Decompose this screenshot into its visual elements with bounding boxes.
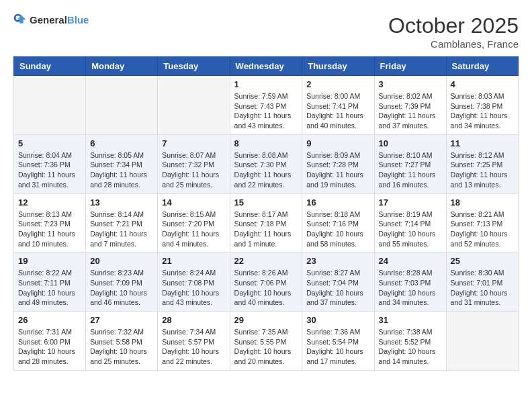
- day-number: 14: [162, 197, 225, 208]
- day-number: 9: [306, 138, 369, 148]
- calendar-header-row: Sunday Monday Tuesday Wednesday Thursday…: [14, 57, 519, 76]
- calendar-week-row: 26Sunrise: 7:31 AMSunset: 6:00 PMDayligh…: [14, 312, 519, 371]
- calendar-day-cell: 22Sunrise: 8:26 AMSunset: 7:06 PMDayligh…: [230, 253, 302, 312]
- col-wednesday: Wednesday: [230, 57, 302, 76]
- calendar-day-cell: 14Sunrise: 8:15 AMSunset: 7:20 PMDayligh…: [158, 193, 230, 253]
- calendar-day-cell: 7Sunrise: 8:07 AMSunset: 7:32 PMDaylight…: [158, 134, 230, 193]
- calendar-day-cell: 30Sunrise: 7:36 AMSunset: 5:54 PMDayligh…: [302, 312, 374, 371]
- day-info: Sunrise: 7:59 AMSunset: 7:43 PMDaylight:…: [234, 91, 298, 131]
- col-saturday: Saturday: [446, 57, 518, 76]
- day-number: 24: [379, 256, 442, 266]
- day-info: Sunrise: 8:08 AMSunset: 7:30 PMDaylight:…: [234, 150, 298, 190]
- col-thursday: Thursday: [302, 57, 374, 76]
- calendar-day-cell: 18Sunrise: 8:21 AMSunset: 7:13 PMDayligh…: [446, 193, 518, 253]
- calendar-day-cell: 9Sunrise: 8:09 AMSunset: 7:28 PMDaylight…: [302, 134, 374, 193]
- calendar-day-cell: 28Sunrise: 7:34 AMSunset: 5:57 PMDayligh…: [158, 312, 230, 371]
- day-info: Sunrise: 7:31 AMSunset: 6:00 PMDaylight:…: [18, 327, 81, 367]
- calendar-day-cell: 4Sunrise: 8:03 AMSunset: 7:38 PMDaylight…: [446, 76, 518, 135]
- calendar-day-cell: 2Sunrise: 8:00 AMSunset: 7:41 PMDaylight…: [302, 76, 374, 135]
- day-info: Sunrise: 8:17 AMSunset: 7:18 PMDaylight:…: [234, 210, 298, 249]
- day-info: Sunrise: 8:26 AMSunset: 7:06 PMDaylight:…: [234, 268, 298, 308]
- col-monday: Monday: [86, 57, 158, 76]
- day-number: 3: [379, 79, 442, 89]
- day-info: Sunrise: 8:22 AMSunset: 7:11 PMDaylight:…: [18, 268, 81, 308]
- calendar-day-cell: 17Sunrise: 8:19 AMSunset: 7:14 PMDayligh…: [374, 193, 446, 253]
- day-info: Sunrise: 7:35 AMSunset: 5:55 PMDaylight:…: [234, 327, 298, 367]
- calendar-day-cell: 1Sunrise: 7:59 AMSunset: 7:43 PMDaylight…: [230, 76, 302, 135]
- day-info: Sunrise: 8:14 AMSunset: 7:21 PMDaylight:…: [90, 210, 153, 249]
- day-info: Sunrise: 8:24 AMSunset: 7:08 PMDaylight:…: [162, 268, 225, 308]
- calendar-day-cell: 6Sunrise: 8:05 AMSunset: 7:34 PMDaylight…: [86, 134, 158, 193]
- day-info: Sunrise: 8:02 AMSunset: 7:39 PMDaylight:…: [379, 91, 442, 131]
- calendar-day-cell: 23Sunrise: 8:27 AMSunset: 7:04 PMDayligh…: [302, 253, 374, 312]
- logo-text: GeneralBlue: [30, 15, 89, 26]
- calendar-week-row: 1Sunrise: 7:59 AMSunset: 7:43 PMDaylight…: [14, 76, 519, 135]
- day-info: Sunrise: 8:07 AMSunset: 7:32 PMDaylight:…: [162, 150, 225, 190]
- calendar-day-cell: 15Sunrise: 8:17 AMSunset: 7:18 PMDayligh…: [230, 193, 302, 253]
- day-number: 13: [90, 197, 153, 208]
- day-number: 31: [379, 315, 442, 325]
- day-number: 12: [18, 197, 81, 208]
- day-number: 23: [306, 256, 369, 266]
- day-number: 4: [451, 79, 514, 89]
- day-number: 29: [234, 315, 298, 325]
- calendar-day-cell: 26Sunrise: 7:31 AMSunset: 6:00 PMDayligh…: [14, 312, 86, 371]
- day-info: Sunrise: 8:15 AMSunset: 7:20 PMDaylight:…: [162, 210, 225, 249]
- day-info: Sunrise: 8:18 AMSunset: 7:16 PMDaylight:…: [306, 210, 369, 249]
- logo-icon: [13, 13, 27, 27]
- calendar-day-cell: 11Sunrise: 8:12 AMSunset: 7:25 PMDayligh…: [446, 134, 518, 193]
- day-info: Sunrise: 8:13 AMSunset: 7:23 PMDaylight:…: [18, 210, 81, 249]
- day-number: 16: [306, 197, 369, 208]
- calendar-day-cell: 24Sunrise: 8:28 AMSunset: 7:03 PMDayligh…: [374, 253, 446, 312]
- day-number: 8: [234, 138, 298, 148]
- calendar-day-cell: 27Sunrise: 7:32 AMSunset: 5:58 PMDayligh…: [86, 312, 158, 371]
- day-info: Sunrise: 7:38 AMSunset: 5:52 PMDaylight:…: [379, 327, 442, 367]
- day-info: Sunrise: 8:28 AMSunset: 7:03 PMDaylight:…: [379, 268, 442, 308]
- calendar-day-cell: 10Sunrise: 8:10 AMSunset: 7:27 PMDayligh…: [374, 134, 446, 193]
- day-number: 10: [379, 138, 442, 148]
- calendar-week-row: 5Sunrise: 8:04 AMSunset: 7:36 PMDaylight…: [14, 134, 519, 193]
- day-info: Sunrise: 8:19 AMSunset: 7:14 PMDaylight:…: [379, 210, 442, 249]
- calendar-day-cell: 25Sunrise: 8:30 AMSunset: 7:01 PMDayligh…: [446, 253, 518, 312]
- day-number: 7: [162, 138, 225, 148]
- calendar-day-cell: 5Sunrise: 8:04 AMSunset: 7:36 PMDaylight…: [14, 134, 86, 193]
- calendar-day-cell: 3Sunrise: 8:02 AMSunset: 7:39 PMDaylight…: [374, 76, 446, 135]
- col-sunday: Sunday: [14, 57, 86, 76]
- calendar-day-cell: [158, 76, 230, 135]
- day-number: 28: [162, 315, 225, 325]
- calendar-day-cell: 8Sunrise: 8:08 AMSunset: 7:30 PMDaylight…: [230, 134, 302, 193]
- day-number: 25: [451, 256, 514, 266]
- calendar-week-row: 19Sunrise: 8:22 AMSunset: 7:11 PMDayligh…: [14, 253, 519, 312]
- day-number: 5: [18, 138, 81, 148]
- day-number: 27: [90, 315, 153, 325]
- calendar-day-cell: [446, 312, 518, 371]
- calendar-week-row: 12Sunrise: 8:13 AMSunset: 7:23 PMDayligh…: [14, 193, 519, 253]
- day-info: Sunrise: 8:21 AMSunset: 7:13 PMDaylight:…: [451, 210, 514, 249]
- title-block: October 2025 Camblanes, France: [388, 13, 519, 50]
- day-number: 15: [234, 197, 298, 208]
- day-info: Sunrise: 8:23 AMSunset: 7:09 PMDaylight:…: [90, 268, 153, 308]
- day-number: 19: [18, 256, 81, 266]
- day-number: 11: [451, 138, 514, 148]
- day-info: Sunrise: 8:10 AMSunset: 7:27 PMDaylight:…: [379, 150, 442, 190]
- day-number: 21: [162, 256, 225, 266]
- calendar-day-cell: 29Sunrise: 7:35 AMSunset: 5:55 PMDayligh…: [230, 312, 302, 371]
- day-number: 22: [234, 256, 298, 266]
- calendar-day-cell: 19Sunrise: 8:22 AMSunset: 7:11 PMDayligh…: [14, 253, 86, 312]
- logo: GeneralBlue: [13, 13, 89, 27]
- day-info: Sunrise: 7:36 AMSunset: 5:54 PMDaylight:…: [306, 327, 369, 367]
- calendar-day-cell: [14, 76, 86, 135]
- day-number: 18: [451, 197, 514, 208]
- calendar-day-cell: 31Sunrise: 7:38 AMSunset: 5:52 PMDayligh…: [374, 312, 446, 371]
- day-number: 1: [234, 79, 298, 89]
- location: Camblanes, France: [388, 38, 519, 50]
- page-header: GeneralBlue October 2025 Camblanes, Fran…: [13, 13, 519, 50]
- day-info: Sunrise: 7:32 AMSunset: 5:58 PMDaylight:…: [90, 327, 153, 367]
- day-info: Sunrise: 8:05 AMSunset: 7:34 PMDaylight:…: [90, 150, 153, 190]
- day-number: 20: [90, 256, 153, 266]
- day-number: 2: [306, 79, 369, 89]
- calendar-day-cell: 13Sunrise: 8:14 AMSunset: 7:21 PMDayligh…: [86, 193, 158, 253]
- day-info: Sunrise: 8:04 AMSunset: 7:36 PMDaylight:…: [18, 150, 81, 190]
- day-number: 26: [18, 315, 81, 325]
- day-info: Sunrise: 8:03 AMSunset: 7:38 PMDaylight:…: [451, 91, 514, 131]
